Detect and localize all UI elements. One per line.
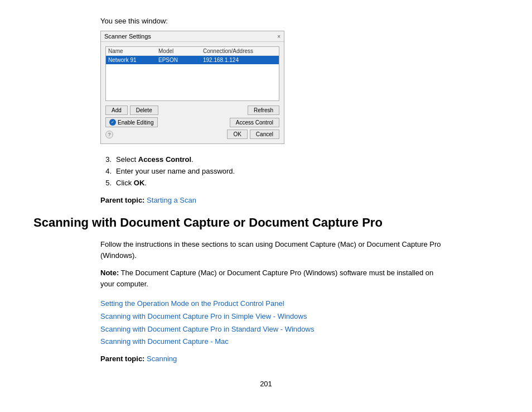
delete-button[interactable]: Delete <box>130 106 158 115</box>
add-button[interactable]: Add <box>105 106 128 115</box>
enable-editing-button[interactable]: ✓ Enable Editing <box>105 117 158 127</box>
row-name: Network 91 <box>108 57 158 63</box>
link-simple-view[interactable]: Scanning with Document Capture Pro in Si… <box>100 311 499 323</box>
col-header-name: Name <box>108 48 158 54</box>
scanner-window: Scanner Settings × Name Model Connection… <box>100 31 284 144</box>
intro-text: You see this window: <box>100 17 499 25</box>
note-label: Note: <box>100 269 119 277</box>
step-3-number: 3. <box>100 155 112 164</box>
enable-icon: ✓ <box>109 119 116 126</box>
ok-cancel-group: OK Cancel <box>227 130 279 139</box>
table-row[interactable]: Network 91 EPSON 192.168.1.124 <box>106 56 279 64</box>
step-5: 5. Click OK. <box>100 179 499 187</box>
col-header-address: Connection/Address <box>203 48 277 54</box>
scanner-buttons-row2: ✓ Enable Editing Access Control <box>105 117 279 127</box>
refresh-button[interactable]: Refresh <box>248 106 279 115</box>
scanner-table-area: Name Model Connection/Address Network 91… <box>105 46 279 101</box>
parent-topic-1-label: Parent topic: <box>100 196 144 204</box>
step-4-text: Enter your user name and password. <box>116 167 235 175</box>
row-address: 192.168.1.124 <box>203 57 277 63</box>
links-section: Setting the Operation Mode on the Produc… <box>100 298 499 348</box>
step-3: 3. Select Access Control. <box>100 155 499 164</box>
scanner-title-text: Scanner Settings <box>104 33 151 40</box>
parent-topic-2: Parent topic: Scanning <box>100 354 499 363</box>
help-icon[interactable]: ? <box>105 131 113 138</box>
body-paragraph: Follow the instructions in these section… <box>100 239 446 261</box>
step-5-text: Click OK. <box>116 179 147 187</box>
enable-editing-label: Enable Editing <box>118 119 154 126</box>
cancel-button[interactable]: Cancel <box>250 130 279 139</box>
section-heading: Scanning with Document Capture or Docume… <box>33 215 499 230</box>
access-control-button[interactable]: Access Control <box>230 118 279 127</box>
scanner-table-body: Network 91 EPSON 192.168.1.124 <box>106 56 279 100</box>
link-operation-mode[interactable]: Setting the Operation Mode on the Produc… <box>100 298 499 310</box>
scanner-content: Name Model Connection/Address Network 91… <box>101 42 284 143</box>
note-text: Note: The Document Capture (Mac) or Docu… <box>100 267 446 289</box>
link-standard-view[interactable]: Scanning with Document Capture Pro in St… <box>100 324 499 336</box>
parent-topic-1: Parent topic: Starting a Scan <box>100 196 499 204</box>
link-mac[interactable]: Scanning with Document Capture - Mac <box>100 336 499 348</box>
steps-list: 3. Select Access Control. 4. Enter your … <box>100 155 499 187</box>
step-4: 4. Enter your user name and password. <box>100 167 499 175</box>
scanner-table-header: Name Model Connection/Address <box>106 47 279 56</box>
step-3-text: Select Access Control. <box>116 155 194 164</box>
row-model: EPSON <box>158 57 203 63</box>
scanner-buttons-left: Add Delete <box>105 106 158 115</box>
scanner-buttons-row1: Add Delete Refresh <box>105 106 279 115</box>
scanner-buttons-row3: ? OK Cancel <box>105 130 279 139</box>
close-icon[interactable]: × <box>277 33 280 40</box>
screenshot-container: Scanner Settings × Name Model Connection… <box>100 31 499 144</box>
step-5-number: 5. <box>100 179 112 187</box>
step-4-number: 4. <box>100 167 112 175</box>
ok-button[interactable]: OK <box>227 130 247 139</box>
page-container: You see this window: Scanner Settings × … <box>0 0 532 410</box>
col-header-model: Model <box>158 48 203 54</box>
scanning-link[interactable]: Scanning <box>147 354 177 363</box>
scanner-title-bar: Scanner Settings × <box>101 31 284 42</box>
note-content: The Document Capture (Mac) or Document C… <box>100 269 433 288</box>
starting-a-scan-link[interactable]: Starting a Scan <box>147 196 196 204</box>
parent-topic-2-label: Parent topic: <box>100 354 144 363</box>
page-number: 201 <box>33 380 499 388</box>
